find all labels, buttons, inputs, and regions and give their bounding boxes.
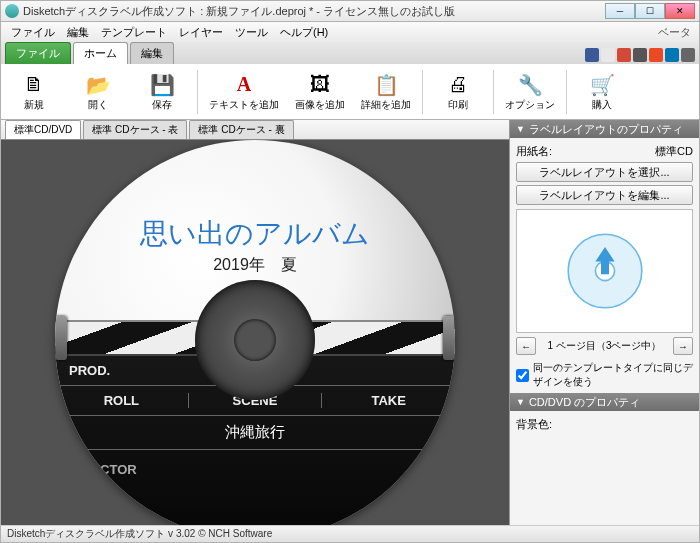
print-icon: 🖨 [445, 72, 471, 98]
clapper-hinge-icon [55, 316, 67, 360]
twitter-icon[interactable] [601, 48, 615, 62]
options-icon: 🔧 [517, 72, 543, 98]
menu-edit[interactable]: 編集 [61, 23, 95, 42]
add-detail-button[interactable]: 📋詳細を追加 [356, 67, 416, 117]
add-text-button[interactable]: Aテキストを追加 [204, 67, 284, 117]
cddvd-properties-header[interactable]: ▼ CD/DVD のプロパティ [510, 393, 699, 411]
cart-icon: 🛒 [589, 72, 615, 98]
doc-tab-case-back[interactable]: 標準 CDケース - 裏 [189, 120, 293, 139]
select-layout-button[interactable]: ラベルレイアウトを選択... [516, 162, 693, 182]
clapper-take-label: TAKE [322, 393, 455, 408]
toolbar-separator [566, 70, 567, 114]
album-title-text[interactable]: 思い出のアルバム [55, 215, 455, 253]
clapper-director-label: DIRECTOR [55, 450, 455, 477]
next-page-button[interactable]: → [673, 337, 693, 355]
gplus-icon[interactable] [617, 48, 631, 62]
image-icon: 🖼 [307, 72, 333, 98]
print-button[interactable]: 🖨印刷 [429, 67, 487, 117]
page-indicator: 1 ページ目（3ページ中） [540, 339, 669, 353]
ribbon-tab-edit[interactable]: 編集 [130, 42, 174, 64]
open-button[interactable]: 📂開く [69, 67, 127, 117]
menu-bar: ファイル 編集 テンプレート レイヤー ツール ヘルプ(H) ベータ [0, 22, 700, 42]
menu-template[interactable]: テンプレート [95, 23, 173, 42]
design-canvas[interactable]: 思い出のアルバム 2019年 夏 PROD. ROLL SCENE TAKE 沖… [1, 140, 509, 525]
clapper-hinge-icon [443, 316, 455, 360]
title-bar: Disketchディスクラベル作成ソフト : 新規ファイル.deproj * -… [0, 0, 700, 22]
new-icon: 🗎 [21, 72, 47, 98]
album-subtitle-text[interactable]: 2019年 夏 [55, 255, 455, 276]
collapse-icon: ▼ [516, 397, 525, 407]
layout-preview[interactable] [516, 209, 693, 333]
maximize-button[interactable]: ☐ [635, 3, 665, 19]
ribbon-tab-row: ファイル ホーム 編集 [0, 42, 700, 64]
menu-help[interactable]: ヘルプ(H) [274, 23, 334, 42]
window-title: Disketchディスクラベル作成ソフト : 新規ファイル.deproj * -… [23, 4, 605, 19]
linkedin-icon[interactable] [665, 48, 679, 62]
detail-icon: 📋 [373, 72, 399, 98]
mixi-icon[interactable] [633, 48, 647, 62]
same-design-label: 同一のテンプレートタイプに同じデザインを使う [533, 361, 693, 389]
layout-properties-body: 用紙名: 標準CD ラベルレイアウトを選択... ラベルレイアウトを編集... … [510, 138, 699, 393]
minimize-button[interactable]: ─ [605, 3, 635, 19]
document-tabs: 標準CD/DVD 標準 CDケース - 表 標準 CDケース - 裏 [1, 120, 509, 140]
menu-layer[interactable]: レイヤー [173, 23, 229, 42]
paper-name-label: 用紙名: [516, 144, 552, 159]
disc-label[interactable]: 思い出のアルバム 2019年 夏 PROD. ROLL SCENE TAKE 沖… [55, 140, 455, 525]
beta-label: ベータ [652, 23, 695, 42]
text-icon: A [231, 72, 257, 98]
ribbon-tab-home[interactable]: ホーム [73, 42, 128, 64]
add-image-button[interactable]: 🖼画像を追加 [290, 67, 350, 117]
edit-layout-button[interactable]: ラベルレイアウトを編集... [516, 185, 693, 205]
close-button[interactable]: ✕ [665, 3, 695, 19]
properties-panel: ▼ ラベルレイアウトのプロパティ 用紙名: 標準CD ラベルレイアウトを選択..… [509, 120, 699, 525]
doc-tab-case-front[interactable]: 標準 CDケース - 表 [83, 120, 187, 139]
purchase-button[interactable]: 🛒購入 [573, 67, 631, 117]
app-icon [5, 4, 19, 18]
prev-page-button[interactable]: ← [516, 337, 536, 355]
page-navigator: ← 1 ページ目（3ページ中） → [516, 337, 693, 355]
bgcolor-label: 背景色: [516, 417, 552, 432]
open-icon: 📂 [85, 72, 111, 98]
layout-properties-header[interactable]: ▼ ラベルレイアウトのプロパティ [510, 120, 699, 138]
status-text: Disketchディスクラベル作成ソフト v 3.02 © NCH Softwa… [7, 527, 272, 541]
rss-icon[interactable] [681, 48, 695, 62]
stumble-icon[interactable] [649, 48, 663, 62]
toolbar-separator [422, 70, 423, 114]
collapse-icon: ▼ [516, 124, 525, 134]
toolbar: 🗎新規 📂開く 💾保存 Aテキストを追加 🖼画像を追加 📋詳細を追加 🖨印刷 🔧… [0, 64, 700, 120]
scene-value-text[interactable]: 沖縄旅行 [55, 416, 455, 450]
options-button[interactable]: 🔧オプション [500, 67, 560, 117]
share-icons [585, 48, 695, 64]
same-design-row[interactable]: 同一のテンプレートタイプに同じデザインを使う [516, 361, 693, 389]
save-icon: 💾 [149, 72, 175, 98]
doc-tab-cddvd[interactable]: 標準CD/DVD [5, 120, 81, 139]
menu-tool[interactable]: ツール [229, 23, 274, 42]
toolbar-separator [197, 70, 198, 114]
disc-hole-icon [234, 319, 276, 361]
cddvd-header-label: CD/DVD のプロパティ [529, 395, 640, 410]
menu-file[interactable]: ファイル [5, 23, 61, 42]
status-bar: Disketchディスクラベル作成ソフト v 3.02 © NCH Softwa… [0, 525, 700, 543]
paper-name-value: 標準CD [655, 144, 693, 159]
same-design-checkbox[interactable] [516, 369, 529, 382]
preview-disc-icon [565, 231, 645, 311]
canvas-pane: 標準CD/DVD 標準 CDケース - 表 標準 CDケース - 裏 思い出のア… [1, 120, 509, 525]
facebook-icon[interactable] [585, 48, 599, 62]
clapper-roll-label: ROLL [55, 393, 189, 408]
ribbon-tab-file[interactable]: ファイル [5, 42, 71, 64]
workspace: 標準CD/DVD 標準 CDケース - 表 標準 CDケース - 裏 思い出のア… [0, 120, 700, 525]
layout-header-label: ラベルレイアウトのプロパティ [529, 122, 683, 137]
toolbar-separator [493, 70, 494, 114]
save-button[interactable]: 💾保存 [133, 67, 191, 117]
cddvd-properties-body: 背景色: [510, 411, 699, 438]
new-button[interactable]: 🗎新規 [5, 67, 63, 117]
